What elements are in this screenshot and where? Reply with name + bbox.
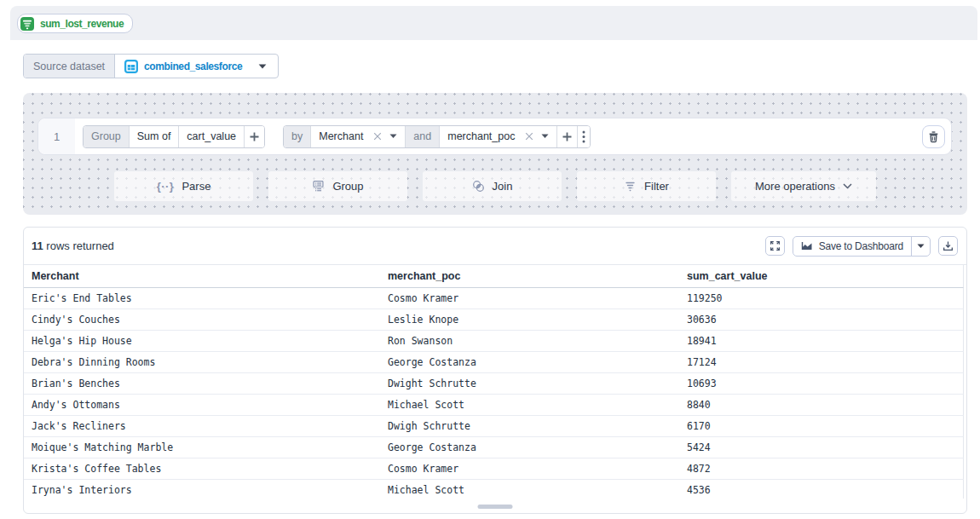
chevron-down-icon[interactable]: [389, 134, 397, 139]
table-row: Debra's Dinning Rooms George Costanza 17…: [24, 352, 964, 373]
source-dataset-select[interactable]: combined_salesforce: [115, 55, 278, 78]
step-menu-button[interactable]: [578, 126, 590, 147]
cell-merchant-poc: Michael Scott: [380, 484, 679, 496]
cell-sum-cart-value: 4536: [679, 484, 963, 496]
cell-merchant-poc: Cosmo Kramer: [380, 463, 679, 475]
cell-merchant: Brian's Benches: [24, 378, 380, 389]
by-column-1-segment[interactable]: Merchant: [311, 126, 406, 147]
trash-icon: [927, 130, 940, 143]
cell-merchant-poc: George Costanza: [380, 441, 679, 453]
agg-column-segment[interactable]: cart_value: [179, 126, 245, 147]
save-to-dashboard-split-button: Save to Dashboard: [793, 236, 931, 257]
source-dataset-label: Source dataset: [24, 55, 115, 78]
cell-merchant-poc: Michael Scott: [380, 399, 679, 411]
chart-icon: [801, 240, 813, 251]
table-body: Eric's End Tables Cosmo Kramer 119250 Ci…: [24, 288, 964, 499]
by-column-1-value: Merchant: [319, 130, 363, 142]
add-aggregation-button[interactable]: [245, 126, 264, 147]
save-to-dashboard-label: Save to Dashboard: [819, 240, 903, 252]
operation-buttons: {··} Parse Group: [23, 171, 967, 201]
table-row: Brian's Benches Dwight Schrutte 10693: [24, 373, 964, 395]
download-button[interactable]: [938, 236, 958, 256]
results-panel: 11 rows returned: [23, 227, 967, 514]
parse-icon: {··}: [157, 180, 175, 193]
table-row: Moique's Matching Marble George Costanza…: [24, 437, 964, 458]
cell-merchant: Helga's Hip House: [24, 335, 380, 347]
operations-panel: 1 Group Sum of cart_value by Merchant an…: [23, 93, 967, 215]
cell-merchant: Jack's Recliners: [24, 420, 380, 432]
table-header-row: Merchant merchant_poc sum_cart_value: [24, 265, 964, 288]
step-number: 1: [38, 118, 75, 154]
join-button[interactable]: Join: [423, 171, 562, 201]
table-row: Cindy's Couches Leslie Knope 30636: [24, 309, 964, 331]
filter-label: Filter: [644, 180, 669, 193]
results-table: Merchant merchant_poc sum_cart_value Eri…: [24, 265, 964, 499]
horizontal-scrollbar[interactable]: [478, 505, 513, 509]
column-header-sum-cart-value[interactable]: sum_cart_value: [679, 270, 963, 282]
join-label: Join: [493, 180, 513, 193]
cell-sum-cart-value: 5424: [679, 441, 963, 453]
column-header-merchant[interactable]: Merchant: [24, 270, 380, 282]
and-label-segment: and: [406, 126, 440, 147]
download-icon: [943, 240, 954, 251]
cell-sum-cart-value: 119250: [679, 292, 963, 304]
delete-step-button[interactable]: [922, 125, 945, 148]
filter-icon: [624, 180, 637, 193]
aggregation-control: Group Sum of cart_value: [83, 125, 265, 148]
group-step-row: 1 Group Sum of cart_value by Merchant an…: [37, 118, 952, 155]
cell-merchant: Iryna's Interiors: [24, 484, 380, 496]
parse-button[interactable]: {··} Parse: [114, 171, 253, 201]
cell-merchant-poc: Leslie Knope: [380, 314, 679, 326]
by-column-2-value: merchant_poc: [447, 130, 515, 142]
group-op-segment[interactable]: Group: [84, 126, 130, 147]
chevron-down-icon: [843, 183, 852, 189]
table-row: Krista's Coffee Tables Cosmo Kramer 4872: [24, 458, 964, 480]
table-row: Helga's Hip House Ron Swanson 18941: [24, 331, 964, 352]
more-operations-label: More operations: [755, 180, 835, 193]
by-column-2-segment[interactable]: merchant_poc: [440, 126, 557, 147]
add-group-column-button[interactable]: [557, 126, 578, 147]
remove-column-icon[interactable]: [525, 132, 533, 141]
column-header-merchant-poc[interactable]: merchant_poc: [380, 270, 679, 282]
table-row: Iryna's Interiors Michael Scott 4536: [24, 480, 964, 499]
cell-sum-cart-value: 17124: [679, 356, 963, 368]
cell-title: sum_lost_revenue: [40, 18, 124, 30]
group-button[interactable]: Group: [268, 171, 407, 201]
group-by-control: by Merchant and merchant_poc: [283, 125, 591, 148]
remove-column-icon[interactable]: [373, 132, 382, 141]
join-icon: [472, 180, 485, 193]
filter-button[interactable]: Filter: [577, 171, 716, 201]
save-options-button[interactable]: [911, 237, 930, 256]
agg-function-segment[interactable]: Sum of: [130, 126, 180, 147]
row-count-suffix: rows returned: [43, 239, 114, 252]
cell-header-band: sum_lost_revenue: [10, 6, 977, 40]
cell-sum-cart-value: 18941: [679, 335, 963, 347]
more-operations-button[interactable]: More operations: [731, 171, 876, 201]
cell-sum-cart-value: 8840: [679, 399, 963, 411]
expand-table-button[interactable]: [765, 236, 785, 256]
cell-merchant: Krista's Coffee Tables: [24, 463, 380, 475]
chevron-down-icon[interactable]: [541, 134, 549, 139]
dataset-table-icon: [124, 60, 138, 73]
cell-merchant-poc: George Costanza: [380, 356, 679, 368]
cell-merchant-poc: Dwight Schrutte: [380, 378, 679, 389]
cell-merchant: Debra's Dinning Rooms: [24, 356, 380, 368]
parse-label: Parse: [182, 180, 210, 193]
cell-title-badge[interactable]: sum_lost_revenue: [17, 14, 133, 33]
cell-merchant-poc: Dwigh Schrutte: [380, 420, 679, 432]
cell-sum-cart-value: 4872: [679, 463, 963, 475]
horizontal-scroll-area: [24, 499, 966, 514]
source-dataset-control[interactable]: Source dataset combined_salesforce: [23, 54, 279, 78]
expand-icon: [770, 240, 781, 251]
row-count: 11: [32, 239, 43, 252]
cell-merchant-poc: Cosmo Kramer: [380, 292, 679, 304]
cell-merchant: Cindy's Couches: [24, 314, 380, 326]
results-toolbar: 11 rows returned: [24, 228, 966, 265]
rows-returned-text: 11 rows returned: [32, 239, 114, 252]
table-row: Eric's End Tables Cosmo Kramer 119250: [24, 288, 964, 309]
cell-merchant: Moique's Matching Marble: [24, 441, 380, 453]
save-to-dashboard-button[interactable]: Save to Dashboard: [793, 237, 911, 256]
dataset-name: combined_salesforce: [144, 61, 242, 72]
table-row: Andy's Ottomans Michael Scott 8840: [24, 395, 964, 416]
transform-cell-icon: [20, 17, 34, 31]
